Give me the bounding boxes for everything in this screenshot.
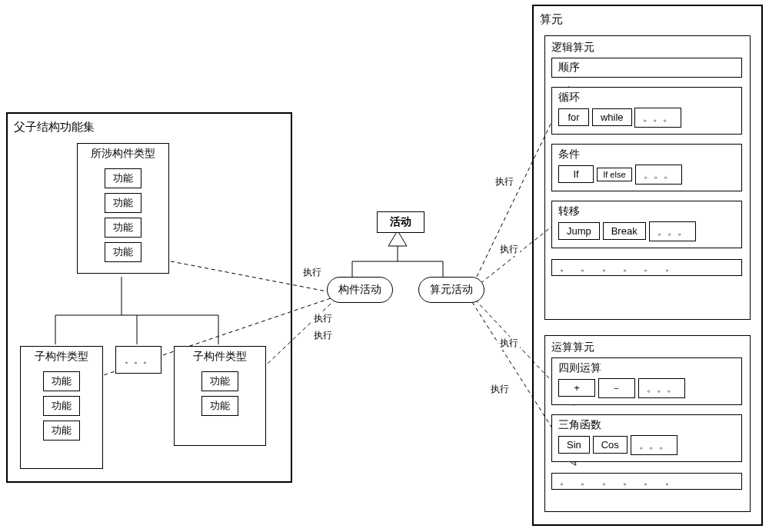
involved-component-box: 所涉构件类型 功能 功能 功能 功能 (77, 143, 169, 274)
cond-ifelse: If else (597, 168, 632, 181)
function-item: 功能 (43, 396, 80, 416)
edge-exec-7: 执行 (489, 383, 511, 396)
edge-exec-4: 执行 (494, 175, 515, 188)
seq-box: 顺序 (551, 58, 742, 78)
loop-more: 。。。 (634, 108, 681, 128)
edge-exec-2: 执行 (312, 312, 334, 325)
edge-exec-5: 执行 (498, 243, 520, 256)
trig-sin: Sin (558, 436, 590, 454)
jump-more: 。。。 (649, 221, 696, 241)
function-item: 功能 (105, 242, 141, 262)
operator-activity-node: 算元活动 (418, 277, 484, 303)
function-item: 功能 (43, 421, 80, 441)
child1-title: 子构件类型 (21, 347, 102, 367)
jump-box: 转移 Jump Break 。。。 (551, 201, 742, 248)
arith-box: 四则运算 + － 。。。 (551, 357, 742, 405)
trig-more: 。。。 (631, 435, 677, 455)
child2-title: 子构件类型 (175, 347, 265, 367)
logic-title: 逻辑算元 (551, 41, 744, 55)
logic-group: 逻辑算元 顺序 循环 for while 。。。 条件 If If else 。… (544, 35, 751, 320)
function-item: 功能 (105, 168, 141, 188)
trig-title: 三角函数 (558, 418, 735, 432)
loop-box: 循环 for while 。。。 (551, 87, 742, 135)
arith-title: 四则运算 (558, 361, 735, 375)
right-panel-title: 算元 (540, 12, 755, 27)
edge-exec-3: 执行 (312, 329, 334, 342)
jump-title: 转移 (558, 204, 735, 218)
jump-jump: Jump (558, 222, 600, 240)
calc-group: 运算算元 四则运算 + － 。。。 三角函数 Sin Cos 。。。 。 。 。… (544, 335, 751, 512)
jump-break: Break (603, 222, 646, 240)
function-item: 功能 (201, 396, 238, 416)
child2-list: 功能 功能 (175, 367, 265, 421)
left-panel-title: 父子结构功能集 (14, 120, 285, 135)
trig-cos: Cos (593, 436, 628, 454)
child-component-box-2: 子构件类型 功能 功能 (174, 346, 266, 446)
edge-exec-6: 执行 (498, 337, 520, 350)
calc-title: 运算算元 (551, 341, 744, 354)
trig-box: 三角函数 Sin Cos 。。。 (551, 414, 742, 462)
edge-exec-1: 执行 (301, 266, 323, 279)
logic-dots: 。 。 。 。 。 。 (551, 259, 742, 276)
child-component-box-1: 子构件类型 功能 功能 功能 (20, 346, 103, 469)
loop-title: 循环 (558, 91, 735, 105)
arith-more: 。。。 (638, 378, 685, 398)
child1-list: 功能 功能 功能 (21, 367, 102, 445)
cond-box: 条件 If If else 。。。 (551, 144, 742, 191)
cond-more: 。。。 (635, 165, 682, 185)
child-separator: 。。。 (115, 346, 161, 374)
loop-for: for (558, 108, 589, 126)
calc-dots: 。 。 。 。 。 。 (551, 473, 742, 490)
cond-if: If (558, 165, 594, 183)
involved-list: 功能 功能 功能 功能 (78, 164, 168, 267)
loop-while: while (592, 108, 632, 126)
involved-title: 所涉构件类型 (78, 144, 168, 164)
arith-plus: + (558, 379, 595, 397)
function-item: 功能 (43, 371, 80, 391)
cond-title: 条件 (558, 148, 735, 161)
arith-minus: － (598, 378, 635, 398)
function-item: 功能 (201, 371, 238, 391)
function-item: 功能 (105, 193, 141, 213)
activity-title: 活动 (377, 211, 424, 233)
function-item: 功能 (105, 218, 141, 238)
component-activity-node: 构件活动 (327, 277, 393, 303)
